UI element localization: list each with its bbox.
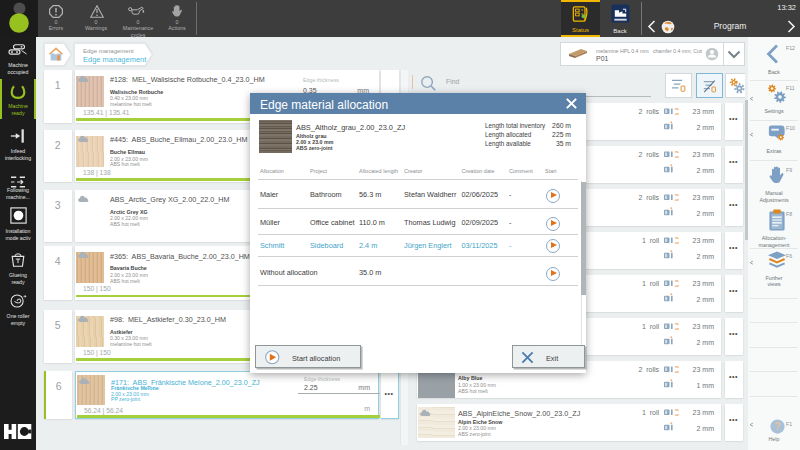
svg-text:?: ? — [774, 421, 780, 432]
